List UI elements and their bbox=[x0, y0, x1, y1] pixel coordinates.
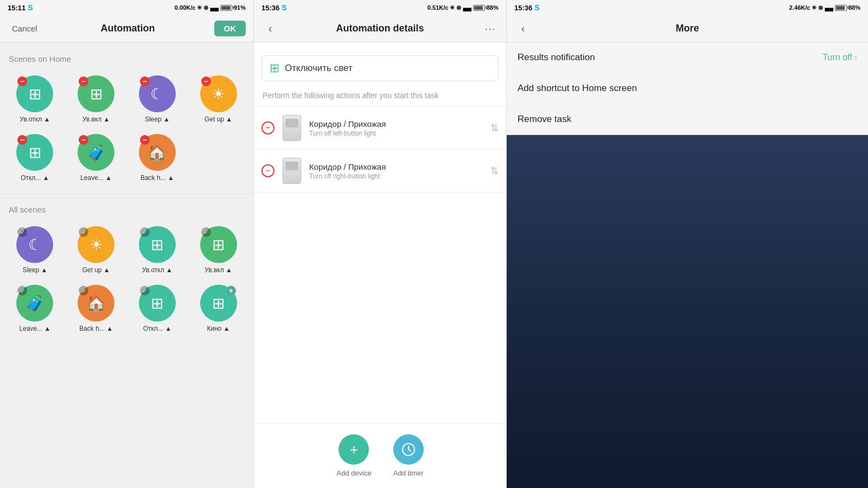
add-device-label: Add device bbox=[336, 469, 371, 477]
all-scene-leave[interactable]: 🧳 ✓ Leave... ▲ bbox=[4, 279, 66, 338]
battery-3 bbox=[835, 5, 847, 11]
scene-item-getup[interactable]: ☀ − Get up ▲ bbox=[188, 70, 249, 129]
scene-item-sleep[interactable]: ☾ − Sleep ▲ bbox=[127, 70, 188, 129]
all-scene-backh[interactable]: 🏠 ✓ Back h... ▲ bbox=[66, 279, 127, 338]
action-desc-2: Turn off right-button light bbox=[309, 172, 484, 180]
all-scene-getup[interactable]: ☀ ✓ Get up ▲ bbox=[66, 221, 127, 279]
scene-label: Get up ▲ bbox=[82, 266, 110, 274]
nav-bar-1: Cancel Automation OK bbox=[0, 15, 253, 42]
badge-minus: − bbox=[140, 76, 150, 86]
battery-pct-3: 88% bbox=[848, 4, 860, 11]
bt-icon-2: ✳ bbox=[450, 4, 455, 11]
time-1: 15:11 bbox=[8, 4, 25, 12]
panel-more: 15:36 S 2.46K/c ✳ ⊗ ▄▄ 88% ‹ More Result… bbox=[507, 0, 868, 488]
action-info-2: Коридор / Прихожая Turn off right-button… bbox=[309, 162, 484, 180]
more-button-2[interactable]: ⋯ bbox=[481, 20, 499, 37]
task-name-field[interactable] bbox=[285, 63, 490, 74]
scene-item-leave[interactable]: 🧳 − Leave... ▲ bbox=[66, 129, 127, 187]
data-speed-1: 0.00K/c bbox=[175, 4, 196, 11]
data-speed-3: 2.46K/c bbox=[789, 4, 810, 11]
scene-label: Ув.вкл ▲ bbox=[205, 266, 232, 274]
sort-icon-2[interactable]: ⇅ bbox=[490, 165, 499, 177]
more-item-results-notification[interactable]: Results notification Turn off › bbox=[507, 42, 868, 73]
skype-icon-2: S bbox=[282, 3, 286, 12]
more-item-add-shortcut[interactable]: Add shortcut to Home screen bbox=[507, 73, 868, 104]
wifi-icon-3: ⊗ bbox=[818, 4, 823, 11]
action-info-1: Коридор / Прихожая Turn off left-button … bbox=[309, 119, 484, 137]
svg-line-2 bbox=[409, 450, 411, 451]
scene-label: Leave... ▲ bbox=[19, 325, 50, 332]
scene-label: Ув.вкл ▲ bbox=[82, 115, 110, 123]
task-name-input: ⊞ bbox=[261, 55, 499, 81]
scene-icon-wrap: ⊞ ✓ bbox=[139, 226, 176, 263]
battery-fill-1 bbox=[221, 6, 231, 10]
ok-button[interactable]: OK bbox=[214, 21, 246, 36]
scene-icon-wrap: ⊞ ✓ bbox=[139, 285, 176, 322]
bt-icon-3: ✳ bbox=[812, 4, 816, 11]
battery-fill-3 bbox=[836, 6, 845, 10]
add-device-button[interactable]: + Add device bbox=[336, 434, 371, 477]
all-scene-uvvkl[interactable]: ⊞ ✓ Ув.вкл ▲ bbox=[188, 221, 249, 279]
nav-bar-2: ‹ Automation details ⋯ bbox=[254, 15, 506, 42]
bt-icon-1: ✳ bbox=[197, 4, 202, 11]
action-minus-2[interactable]: − bbox=[261, 164, 275, 177]
action-item-1: − Коридор / Прихожая Turn off left-butto… bbox=[254, 107, 506, 150]
status-right-1: 0.00K/c ✳ ⊗ ▄▄ 91% bbox=[175, 4, 246, 11]
nav-bar-3: ‹ More bbox=[507, 15, 868, 42]
badge-check: ✓ bbox=[140, 227, 150, 237]
signal-2: ▄▄ bbox=[463, 4, 471, 11]
task-icon: ⊞ bbox=[270, 61, 279, 75]
scene-icon-wrap: ☀ ✓ bbox=[78, 226, 114, 263]
more-item-right-results: Turn off › bbox=[822, 53, 857, 62]
scene-label: Ув.откл ▲ bbox=[20, 115, 50, 123]
scene-item-uv-vkl[interactable]: ⊞ − Ув.вкл ▲ bbox=[66, 70, 127, 129]
device-icon-2 bbox=[281, 157, 303, 184]
back-button-3[interactable]: ‹ bbox=[514, 20, 532, 37]
all-scene-sleep[interactable]: ☾ ✓ Sleep ▲ bbox=[4, 221, 66, 279]
add-timer-circle bbox=[393, 434, 424, 465]
cancel-button[interactable]: Cancel bbox=[8, 22, 42, 35]
signal-1: ▄▄ bbox=[210, 4, 219, 11]
badge-check: ✓ bbox=[79, 227, 88, 237]
badge-minus: − bbox=[79, 76, 88, 86]
status-right-2: 0.51K/c ✳ ⊗ ▄▄ 88% bbox=[427, 4, 499, 11]
action-list: − Коридор / Прихожая Turn off left-butto… bbox=[254, 106, 506, 192]
scene-label: Ув.откл ▲ bbox=[142, 266, 173, 274]
content-2: ⊞ Perform the following actions after yo… bbox=[254, 42, 506, 423]
action-item-2: − Коридор / Прихожая Turn off right-butt… bbox=[254, 150, 506, 192]
switch-image-1 bbox=[283, 115, 301, 141]
add-timer-button[interactable]: Add timer bbox=[393, 434, 424, 477]
scene-label: Откл... ▲ bbox=[143, 325, 171, 332]
badge-check: ✓ bbox=[140, 286, 150, 296]
more-item-remove-task[interactable]: Remove task bbox=[507, 104, 868, 135]
all-scene-kino[interactable]: ⊞ + Кино ▲ bbox=[188, 279, 249, 338]
wifi-icon-2: ⊗ bbox=[456, 4, 461, 11]
scene-item-backh[interactable]: 🏠 − Back h... ▲ bbox=[127, 129, 188, 187]
scene-item-uv-otkl[interactable]: ⊞ − Ув.откл ▲ bbox=[4, 70, 66, 129]
all-scene-uvotkl[interactable]: ⊞ ✓ Ув.откл ▲ bbox=[127, 221, 188, 279]
bottom-actions: + Add device Add timer bbox=[254, 423, 506, 488]
scene-icon-wrap: ⊞ ✓ bbox=[200, 226, 237, 263]
more-item-label-shortcut: Add shortcut to Home screen bbox=[518, 83, 637, 94]
scene-label: Back h... ▲ bbox=[141, 174, 174, 182]
battery-pct-2: 88% bbox=[487, 4, 499, 11]
more-item-value-results: Turn off bbox=[822, 53, 852, 62]
content-1: Scenes on Home ⊞ − Ув.откл ▲ ⊞ − Ув.вкл … bbox=[0, 42, 253, 488]
timer-icon bbox=[401, 442, 416, 457]
scene-item-otkl[interactable]: ⊞ − Откл... ▲ bbox=[4, 129, 66, 187]
data-speed-2: 0.51K/c bbox=[427, 4, 449, 11]
all-scenes-grid: ☾ ✓ Sleep ▲ ☀ ✓ Get up ▲ ⊞ ✓ Ув.откл ▲ bbox=[0, 219, 253, 340]
action-minus-1[interactable]: − bbox=[261, 121, 275, 134]
skype-icon-3: S bbox=[534, 3, 539, 12]
back-button-2[interactable]: ‹ bbox=[261, 20, 279, 37]
all-scene-otkl2[interactable]: ⊞ ✓ Откл... ▲ bbox=[127, 279, 188, 338]
scene-label: Get up ▲ bbox=[205, 115, 232, 123]
scene-icon-wrap: ☀ − bbox=[200, 75, 237, 112]
scene-icon-wrap: 🧳 − bbox=[78, 134, 114, 171]
scene-label: Leave... ▲ bbox=[80, 174, 112, 182]
battery-1 bbox=[220, 5, 232, 11]
divider-1 bbox=[0, 194, 253, 194]
scene-icon-wrap: ⊞ − bbox=[16, 75, 53, 112]
wifi-icon-1: ⊗ bbox=[203, 4, 208, 11]
sort-icon-1[interactable]: ⇅ bbox=[490, 122, 499, 134]
